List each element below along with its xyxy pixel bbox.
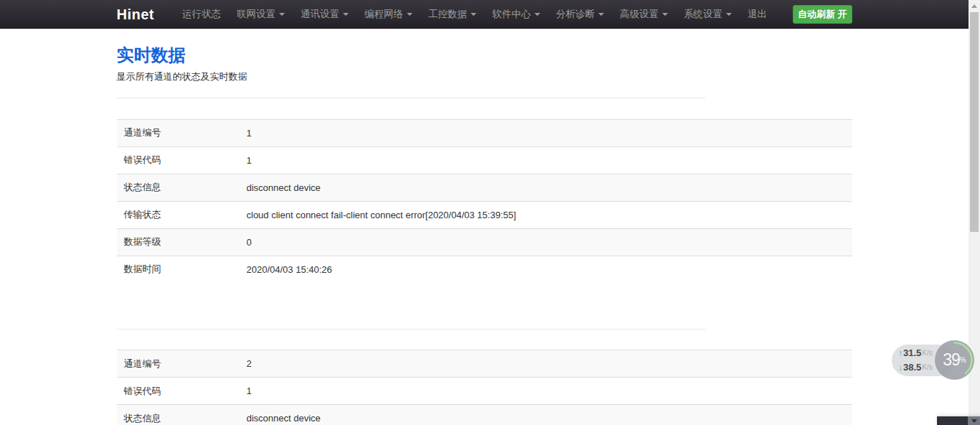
nav-item-software-center[interactable]: 软件中心 [484, 0, 548, 29]
row-label: 传输状态 [117, 201, 247, 228]
row-value: cloud client connect fail-client connect… [247, 201, 852, 228]
channel-1-table: 通道编号 1 错误代码 1 状态信息 disconnect device 传输状… [117, 119, 852, 284]
row-label: 数据时间 [117, 256, 247, 283]
scroll-up-icon [971, 4, 977, 8]
page-title: 实时数据 [117, 45, 852, 65]
nav-item-system-settings[interactable]: 系统设置 [676, 0, 740, 29]
brand-logo[interactable]: Hinet [117, 6, 155, 23]
row-label: 错误代码 [117, 146, 247, 174]
row-value: 1 [247, 378, 852, 405]
row-label: 通道编号 [117, 350, 247, 378]
nav-item-comm-settings[interactable]: 通讯设置 [293, 0, 357, 29]
caret-down-icon [407, 13, 413, 16]
caret-down-icon [534, 13, 540, 16]
download-speed-unit: K/s [922, 360, 932, 375]
caret-down-icon [471, 13, 476, 16]
page-content: 实时数据 显示所有通道的状态及实时数据 通道编号 1 错误代码 1 状态信息 d… [0, 29, 969, 425]
row-value: 2020/04/03 15:40:26 [247, 256, 852, 283]
row-value: 1 [247, 119, 852, 146]
table-row: 数据时间 2020/04/03 15:40:26 [117, 256, 852, 283]
table-row: 传输状态 cloud client connect fail-client co… [117, 201, 852, 228]
upload-speed-unit: K/s [922, 346, 932, 360]
nav-menu: 运行状态 联网设置 通讯设置 编程网络 工控数据 软件中心 分析诊断 高级设置 … [174, 0, 775, 29]
upload-arrow-icon: ↑ [898, 346, 903, 360]
row-label: 通道编号 [117, 119, 247, 146]
table-row: 错误代码 1 [117, 378, 852, 405]
nav-item-running-status[interactable]: 运行状态 [174, 0, 229, 29]
auto-refresh-toggle-badge[interactable]: 自动刷新 开 [793, 5, 852, 24]
top-navbar: Hinet 运行状态 联网设置 通讯设置 编程网络 工控数据 软件中心 分析诊断… [0, 0, 969, 29]
divider [117, 98, 705, 98]
table-row: 状态信息 disconnect device [117, 174, 852, 201]
progress-circle[interactable]: 39% [935, 340, 974, 380]
nav-item-advanced-settings[interactable]: 高级设置 [612, 0, 676, 29]
table-row: 数据等级 0 [117, 228, 852, 256]
table-row: 通道编号 1 [117, 119, 852, 146]
nav-item-industrial-data[interactable]: 工控数据 [420, 0, 484, 29]
scrollbar-thumb[interactable] [970, 12, 979, 232]
row-label: 数据等级 [117, 228, 247, 256]
caret-down-icon [662, 13, 668, 16]
table-row: 状态信息 disconnect device [117, 405, 852, 425]
scroll-up-button[interactable] [969, 0, 980, 12]
nav-item-network-settings[interactable]: 联网设置 [229, 0, 293, 29]
row-value: disconnect device [247, 174, 852, 201]
row-label: 错误代码 [117, 378, 247, 405]
caret-down-icon [726, 13, 732, 16]
upload-speed-value: 31.5 [903, 346, 921, 360]
nav-item-programming-network[interactable]: 编程网络 [357, 0, 420, 29]
nav-item-analysis-diagnosis[interactable]: 分析诊断 [548, 0, 612, 29]
row-value: 2 [247, 350, 852, 378]
progress-arc-icon [935, 340, 974, 380]
row-value: 0 [247, 228, 852, 256]
table-row: 通道编号 2 [117, 350, 852, 378]
channel-2-table: 通道编号 2 错误代码 1 状态信息 disconnect device [117, 350, 852, 425]
row-value: disconnect device [247, 405, 852, 425]
nav-item-logout[interactable]: 退出 [740, 0, 775, 29]
table-row: 错误代码 1 [117, 146, 852, 174]
row-label: 状态信息 [117, 405, 247, 425]
row-value: 1 [247, 146, 852, 174]
caret-down-icon [343, 13, 349, 16]
page-subtitle: 显示所有通道的状态及实时数据 [117, 70, 852, 83]
caret-down-icon [598, 13, 604, 16]
chevron-down-icon [971, 419, 977, 423]
bottom-corner-panel [937, 416, 980, 425]
divider [117, 329, 705, 330]
download-speed-value: 38.5 [903, 360, 921, 375]
scroll-down-button[interactable] [968, 416, 980, 425]
download-arrow-icon: ↓ [898, 360, 903, 375]
navbar-container: Hinet 运行状态 联网设置 通讯设置 编程网络 工控数据 软件中心 分析诊断… [117, 0, 852, 29]
caret-down-icon [279, 13, 285, 16]
row-label: 状态信息 [117, 174, 247, 201]
